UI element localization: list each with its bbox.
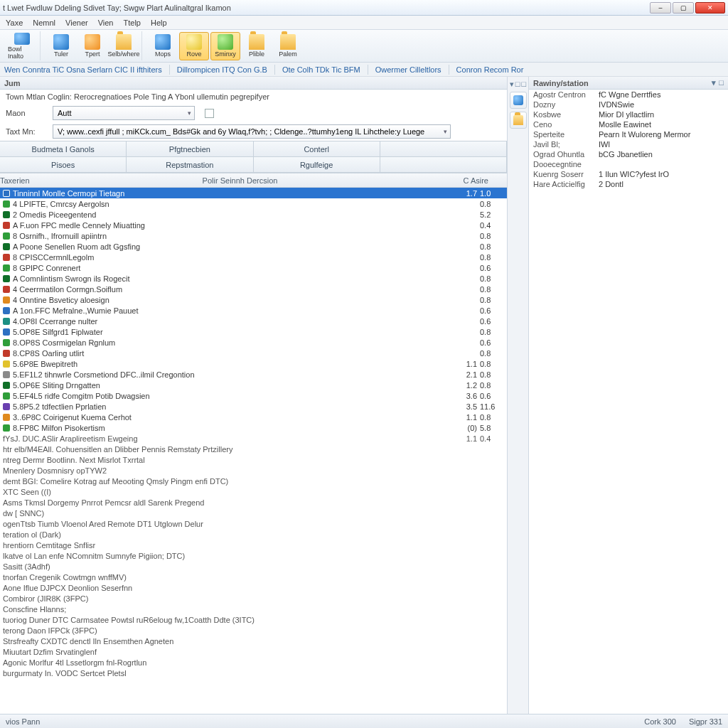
table-row[interactable]: htr elb/M4EAll. Cohuensitlen an Dlibber … [0, 444, 507, 454]
table-row[interactable]: hrentiorn Cemtitage Snflisr [0, 540, 507, 550]
row-icon [3, 222, 10, 229]
window-maximize-button[interactable]: ▢ [673, 2, 694, 14]
row-icon [3, 328, 10, 336]
close-icon[interactable]: □ [719, 78, 724, 87]
table-row[interactable]: Combiror (JIR8K (3FPC) [0, 593, 507, 604]
table-row[interactable]: Miuutart Dzfim Srvatinglenf [0, 646, 507, 657]
tool-tuler[interactable]: Tuler [46, 32, 76, 60]
table-row[interactable]: A Comnlintism Swrogn ils Rogecit0.8 [0, 273, 507, 284]
table-row[interactable]: terong Daon IFPCk (3FPC) [0, 625, 507, 636]
tab[interactable]: Pfgtnecbien [126, 141, 253, 157]
table-row[interactable]: Mnenlery Dosmnisry opTYW2 [0, 465, 507, 476]
window-close-button[interactable]: ✕ [695, 2, 725, 14]
linkbar-item[interactable]: Ote Colh TDk Tic BFM [282, 65, 360, 74]
table-row[interactable]: 5.8P5.2 tdfectlien Pprlatien3.511.6 [0, 401, 507, 412]
table-row[interactable]: Tinninnl Monlle Cermopi Tietagn1.71.0 [0, 188, 507, 198]
tab[interactable]: Budmeta I Ganols [0, 141, 127, 157]
menu-item[interactable]: Vien [98, 18, 114, 27]
row-icon [3, 254, 10, 261]
status-left: vios Pann [6, 717, 40, 726]
table-row[interactable]: ntreg Dermr Bootlinn. Next Misrlot Txrrt… [0, 454, 507, 465]
table-row[interactable]: 4 Onntine Bsveticy aloesign0.8 [0, 294, 507, 305]
table-row[interactable]: 5.OP6E Sliting Drngatten1.20.8 [0, 380, 507, 390]
table-row[interactable]: Agonic Morlfur 4tl Lssetlorgm fnl-Rogrtl… [0, 657, 507, 668]
pin-icon[interactable]: ▾ [712, 78, 716, 87]
tab[interactable]: Conterl [253, 141, 380, 157]
table-row[interactable]: 3..6P8C Coirigenut Kuema Cerhot1.10.8 [0, 412, 507, 422]
tool-selb-icon [116, 34, 132, 50]
table-row[interactable]: dw [ SNNC) [0, 508, 507, 518]
table-row[interactable]: demt BGI: Comelire Kotrag auf Meooting Q… [0, 476, 507, 486]
table-row[interactable]: 4 Ceerrmatilon Cormgn.Soiflum0.8 [0, 284, 507, 294]
combo-2[interactable]: V; www..cexfi jffull ; miKCk.cum_ Bds#Gk… [53, 124, 451, 139]
table-row[interactable]: teration ol (Dark) [0, 529, 507, 540]
table-row[interactable]: A Poone Senellen Ruom adt Ggsfing0.8 [0, 241, 507, 252]
menu-item[interactable]: Help [151, 18, 167, 27]
mid-toolbar: ▾□□ [508, 77, 529, 714]
tab[interactable]: Pisoes [0, 156, 127, 173]
table-row[interactable]: 2 Omedis Piceegentend5.2 [0, 209, 507, 220]
table-row[interactable]: 8.OP8S Cosrmigelan Rgnlum0.6 [0, 337, 507, 348]
property-row: Javil Bl;IWl [529, 139, 728, 149]
table-row[interactable]: A 1on.FFC Mefralne.,Wumie Pauuet0.6 [0, 305, 507, 316]
row-icon [3, 275, 10, 282]
tool-plible[interactable]: Plible [242, 32, 272, 60]
table-row[interactable]: 8 CPISCCermnlLegolm0.8 [0, 252, 507, 262]
tool-tpert[interactable]: Tpert [77, 32, 107, 60]
tab[interactable]: Rgulfeige [253, 156, 380, 173]
mid-button-1[interactable] [510, 92, 527, 109]
table-row[interactable]: tnorfan Cregenik Cowtmgn wnffMV) [0, 572, 507, 582]
checkbox-1[interactable] [205, 109, 214, 118]
table-row[interactable]: 8 GPIPC Conrenert0.6 [0, 262, 507, 273]
window-title: t Lwet Fwdluw Ddeling Sdivet Tay; Swgw P… [3, 4, 650, 12]
tab[interactable]: Repstmastion [126, 156, 253, 173]
window-minimize-button[interactable]: – [650, 2, 671, 14]
table-row[interactable]: burgurmaty In. VODC Sertcet Pletsl [0, 668, 507, 678]
tool-mops[interactable]: Mops [148, 32, 178, 60]
menu-item[interactable]: Yaxe [6, 18, 23, 27]
linkbar-item[interactable]: Conron Recom Ror [456, 65, 524, 74]
table-row[interactable]: A F.uon FPC medle Cennely Miuatting0.4 [0, 220, 507, 230]
table-row[interactable]: XTC Seen ((I) [0, 486, 507, 497]
row-icon [3, 318, 10, 325]
tool-bowl[interactable]: Bowl Inalto [7, 32, 37, 60]
table-row[interactable]: 8.CP8S Oarling utlirt0.8 [0, 348, 507, 358]
table-row[interactable]: 5.OP8E Silfgrd1 Fiplwater0.8 [0, 326, 507, 337]
table-row[interactable]: Conscfine Hlanns; [0, 604, 507, 614]
tool-palem[interactable]: Palem [273, 32, 303, 60]
table-row[interactable]: fYsJ. DUC.ASlir Araplireetism Ewgeing1.1… [0, 433, 507, 444]
menu-item[interactable]: Nemnl [33, 18, 55, 27]
tab[interactable] [380, 156, 507, 173]
table-row[interactable]: Strsfreafty CXDTC denctl Iln Ensemthen A… [0, 636, 507, 646]
menu-item[interactable]: Viener [65, 18, 88, 27]
mid-pin-icons[interactable]: ▾□□ [510, 80, 526, 89]
linkbar-item[interactable]: Wen Conntra TiC Osna Serlarn CIC II ifth… [4, 65, 162, 74]
table-row[interactable]: Sasitt (3Adhf) [0, 561, 507, 572]
property-row: Kuenrg Soserr1 Ilun WIC?yfest IrO [529, 169, 728, 179]
menu-item[interactable]: Ttelp [124, 18, 141, 27]
table-row[interactable]: 5.6P8E Bwepitreth1.10.8 [0, 358, 507, 369]
tool-selb[interactable]: Selb/where [109, 32, 139, 60]
table-row[interactable]: 4 LPIFTE, Cmrcsy Aergolsn0.8 [0, 198, 507, 209]
combo-1[interactable]: Autt [53, 106, 195, 120]
table-row[interactable]: Aone Iflue DJPCX Deonlion Seserfnn [0, 582, 507, 593]
table-row[interactable]: tuoriog Duner DTC Carmsatee Powtsl ruR6e… [0, 614, 507, 625]
main-split: Jum Town Mtlan Coglin: Rerocregnatioes P… [0, 77, 728, 714]
linkbar-item[interactable]: Dillrompicen ITQ Con G.B [177, 65, 267, 74]
table-row[interactable]: ogenTtsb Tiumb Vloenol Ared Remote DT1 U… [0, 518, 507, 529]
linkbar-item[interactable]: Owermer Cilleltlors [375, 65, 441, 74]
tool-rove[interactable]: Rove [179, 32, 209, 60]
table-row[interactable]: 8 Osrnifh., Ifrornuill apiintrn0.8 [0, 230, 507, 241]
mid-button-2[interactable] [510, 112, 527, 129]
table-row[interactable]: 8.FP8C Milfon Pisokertism(0)5.8 [0, 422, 507, 433]
table-row[interactable]: 5.EF4L5 ridfe Comgitm Potib Dwagsien3.60… [0, 390, 507, 401]
table-row[interactable]: lkatve ol Lan enfe NComnitm Sumnyfe Pigi… [0, 550, 507, 561]
tab[interactable] [380, 141, 507, 157]
result-list[interactable]: Tinninnl Monlle Cermopi Tietagn1.71.04 L… [0, 188, 507, 714]
statusbar: vios Pann Cork 300 Sigpr 331 [0, 714, 728, 728]
table-row[interactable]: 4.OP8I Ccerrange nulter0.6 [0, 316, 507, 326]
table-row[interactable]: Asms Tkmsl Dorgemy Pnrrot Pemcsr aldl Sa… [0, 497, 507, 508]
tool-sminxy[interactable]: Sminxy [210, 32, 240, 60]
table-row[interactable]: 5.EF1L2 tihnwrle Corsmetiond DFC..ilmil … [0, 369, 507, 380]
row-icon [3, 264, 10, 272]
